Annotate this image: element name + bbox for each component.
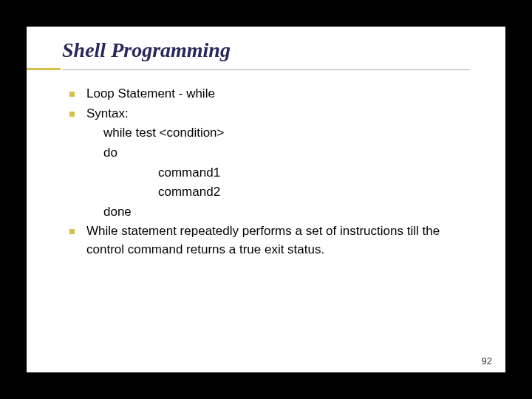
- bullet-text: Loop Statement - while: [86, 85, 476, 103]
- bullet-icon: [69, 112, 75, 117]
- syntax-line: command2: [69, 183, 476, 202]
- syntax-line: do: [69, 144, 476, 163]
- list-item: Syntax:: [69, 105, 476, 123]
- accent-line: [27, 68, 61, 70]
- bullet-icon: [69, 229, 75, 234]
- syntax-line: while test <condition>: [69, 124, 476, 143]
- title-area: Shell Programming: [27, 27, 505, 66]
- content-area: Loop Statement - while Syntax: while tes…: [27, 70, 505, 259]
- bullet-icon: [69, 92, 75, 97]
- slide-title: Shell Programming: [62, 38, 505, 62]
- list-item: While statement repeatedly performs a se…: [69, 222, 476, 259]
- bullet-text: While statement repeatedly performs a se…: [86, 222, 476, 259]
- page-number: 92: [482, 355, 492, 366]
- list-item: Loop Statement - while: [69, 85, 476, 103]
- syntax-line: command1: [69, 164, 476, 183]
- syntax-line: done: [69, 203, 476, 222]
- bullet-text: Syntax:: [86, 105, 476, 123]
- slide: Shell Programming Loop Statement - while…: [27, 27, 505, 372]
